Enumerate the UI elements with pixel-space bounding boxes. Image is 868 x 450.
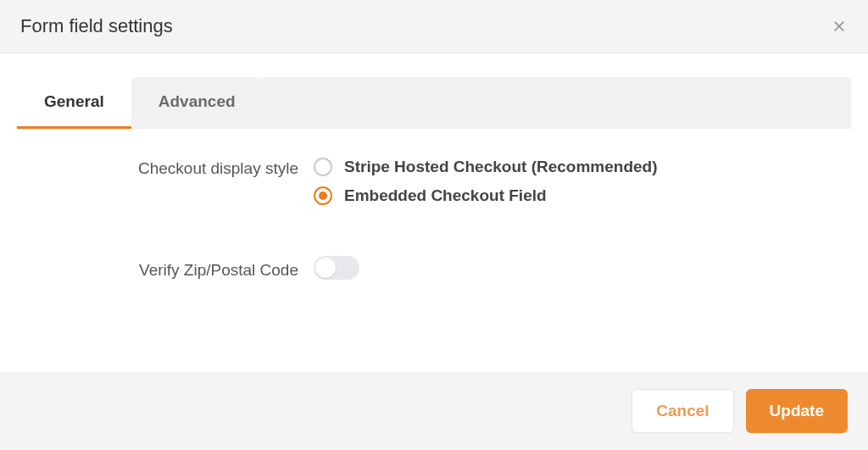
tabs: General Advanced [17,77,851,129]
close-button[interactable] [831,18,848,35]
modal-title: Form field settings [20,15,173,37]
modal-body: General Advanced Checkout display style … [0,53,868,372]
settings-panel: Checkout display style Stripe Hosted Che… [17,129,851,280]
cancel-button[interactable]: Cancel [632,389,733,433]
field-label-verify-zip: Verify Zip/Postal Code [17,256,314,280]
update-button[interactable]: Update [746,389,848,433]
radio-icon [314,158,332,176]
close-icon [832,19,847,34]
modal-footer: Cancel Update [0,372,868,450]
modal-header: Form field settings [0,0,868,53]
tab-general[interactable]: General [17,77,131,129]
toggle-verify-zip[interactable] [314,256,359,280]
form-field-settings-modal: Form field settings General Advanced Che… [0,0,868,450]
radio-label-hosted: Stripe Hosted Checkout (Recommended) [344,158,658,176]
tab-advanced[interactable]: Advanced [131,77,263,129]
toggle-knob [315,258,336,278]
field-label-checkout-display-style: Checkout display style [17,158,314,178]
radio-label-embedded: Embedded Checkout Field [344,186,547,205]
radio-icon [314,186,332,205]
field-control-checkout-display-style: Stripe Hosted Checkout (Recommended) Emb… [314,158,851,215]
field-control-verify-zip [314,256,851,280]
radio-option-embedded[interactable]: Embedded Checkout Field [314,186,851,205]
radio-option-hosted[interactable]: Stripe Hosted Checkout (Recommended) [314,158,851,176]
field-checkout-display-style: Checkout display style Stripe Hosted Che… [17,158,851,215]
tab-spacer [263,77,851,129]
field-verify-zip: Verify Zip/Postal Code [17,256,851,280]
